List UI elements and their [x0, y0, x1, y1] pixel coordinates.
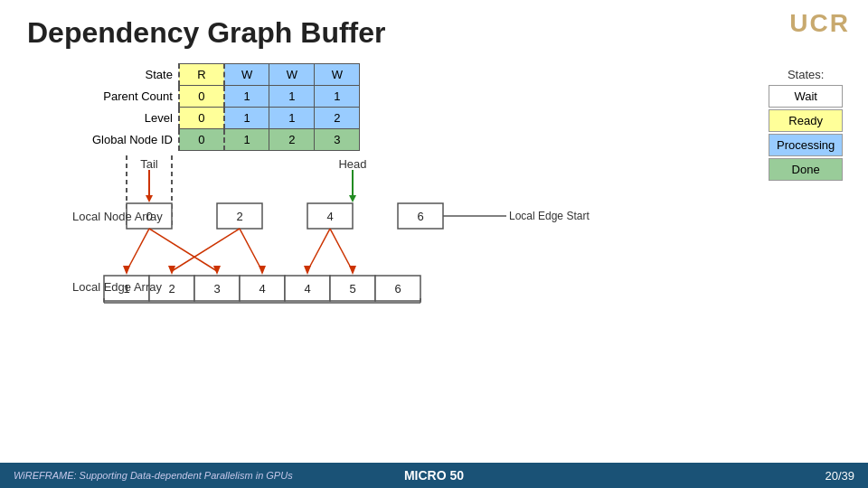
svg-line-19: [240, 229, 262, 271]
footer-center: MICRO 50: [404, 468, 464, 483]
state-wait: Wait: [769, 85, 843, 108]
edge-val-4b: 4: [304, 282, 310, 296]
ucr-logo: UCR: [789, 9, 850, 38]
table-row-state: State R W W W: [81, 64, 360, 86]
states-title: States:: [769, 68, 843, 81]
svg-marker-12: [123, 266, 130, 275]
table-row-parent: Parent Count 0 1 1 1: [81, 86, 360, 108]
table-row-level: Level 0 1 1 2: [81, 108, 360, 129]
edge-val-3: 3: [213, 282, 220, 296]
node-val-4: 4: [326, 210, 333, 223]
cell-global-1: 1: [224, 129, 269, 151]
left-panel: State R W W W Parent Count 0 1 1 1 Level…: [27, 63, 750, 305]
cell-state-w1: W: [224, 64, 269, 86]
cell-global-2: 2: [269, 129, 315, 151]
svg-marker-18: [349, 266, 356, 275]
cell-global-0: 0: [179, 129, 224, 151]
footer-left: WiREFRAME: Supporting Data-dependent Par…: [14, 470, 293, 481]
cell-parent-1c: 1: [315, 86, 360, 108]
local-edge-label: Local Edge Array: [72, 280, 163, 294]
cell-global-3: 3: [315, 129, 360, 151]
cell-level-1a: 1: [224, 108, 269, 129]
cell-state-w2: W: [269, 64, 315, 86]
cell-level-0: 0: [179, 108, 224, 129]
state-processing: Processing: [769, 134, 843, 156]
cell-parent-1b: 1: [269, 86, 315, 108]
row-label-globalnode: Global Node ID: [81, 129, 179, 151]
svg-marker-3: [146, 195, 153, 202]
svg-marker-5: [349, 195, 356, 202]
table-row-globalnode: Global Node ID 0 1 2 3: [81, 129, 360, 151]
edge-val-5: 5: [349, 282, 355, 296]
edge-val-2: 2: [168, 282, 175, 296]
page-title: Dependency Graph Buffer: [0, 0, 868, 59]
global-node-id-label: Global Node ID: [225, 304, 299, 305]
cell-parent-0: 0: [179, 86, 224, 108]
state-done: Done: [769, 158, 843, 181]
cell-state-w3: W: [315, 64, 360, 86]
svg-line-15: [307, 229, 330, 271]
node-val-2: 2: [236, 210, 242, 223]
row-label-state: State: [81, 64, 179, 86]
cell-parent-1a: 1: [224, 86, 269, 108]
dependency-table: State R W W W Parent Count 0 1 1 1 Level…: [81, 63, 360, 151]
state-ready: Ready: [769, 109, 843, 132]
cell-level-2: 2: [315, 108, 360, 129]
tail-label: Tail: [140, 157, 158, 171]
svg-marker-20: [259, 266, 266, 275]
cell-state-r: R: [179, 64, 224, 86]
svg-line-11: [127, 229, 149, 271]
row-label-level: Level: [81, 108, 179, 129]
svg-line-17: [330, 229, 353, 271]
head-label: Head: [338, 157, 366, 171]
edge-val-6: 6: [394, 282, 401, 296]
diagram-svg: Tail Head 0 2 4 6 Local Edge Start: [72, 155, 750, 305]
edge-val-4a: 4: [259, 282, 265, 296]
states-legend: States: Wait Ready Processing Done: [769, 68, 843, 305]
local-edge-start-label: Local Edge Start: [509, 210, 590, 222]
cell-level-1b: 1: [269, 108, 315, 129]
main-content: State R W W W Parent Count 0 1 1 1 Level…: [0, 63, 868, 305]
footer-right: 20/39: [825, 469, 854, 483]
bottom-bar: WiREFRAME: Supporting Data-dependent Par…: [0, 463, 868, 488]
node-val-6: 6: [417, 210, 423, 223]
row-label-parent: Parent Count: [81, 86, 179, 108]
svg-marker-16: [304, 266, 311, 275]
local-node-label: Local Node Array: [72, 210, 163, 223]
